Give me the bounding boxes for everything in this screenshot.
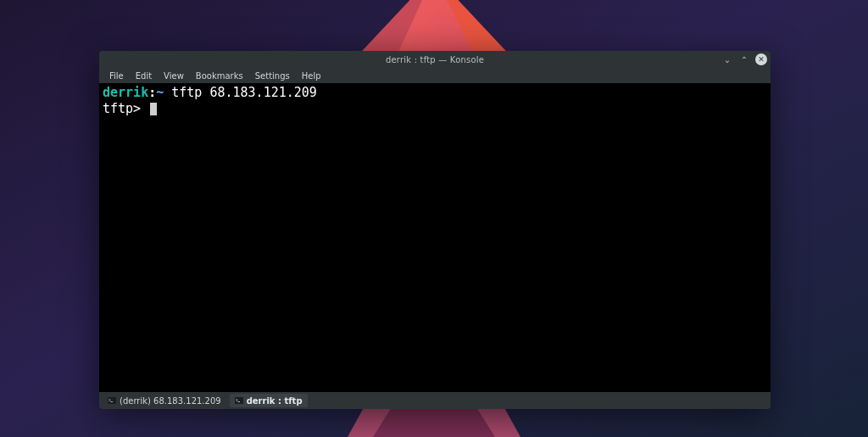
svg-rect-7	[108, 397, 116, 404]
maximize-button[interactable]: ⌃	[738, 53, 750, 65]
prompt-path: ~	[156, 85, 164, 100]
menu-bookmarks[interactable]: Bookmarks	[191, 70, 248, 82]
menu-help[interactable]: Help	[297, 70, 326, 82]
terminal-viewport[interactable]: derrik:~ tftp 68.183.121.209 tftp>	[99, 83, 771, 392]
terminal-window: derrik : tftp — Konsole ⌄ ⌃ ✕ File Edit …	[99, 51, 771, 409]
menu-file[interactable]: File	[104, 70, 129, 82]
minimize-button[interactable]: ⌄	[721, 53, 733, 65]
prompt-user: derrik	[103, 85, 148, 100]
menu-settings[interactable]: Settings	[250, 70, 295, 82]
menu-view[interactable]: View	[159, 70, 189, 82]
menu-bar: File Edit View Bookmarks Settings Help	[99, 68, 771, 83]
menu-edit[interactable]: Edit	[131, 70, 157, 82]
tab-session-2[interactable]: derrik : tftp	[230, 394, 308, 407]
tab-session-1[interactable]: (derrik) 68.183.121.209	[103, 394, 226, 407]
window-titlebar[interactable]: derrik : tftp — Konsole ⌄ ⌃ ✕	[99, 51, 771, 68]
window-controls: ⌄ ⌃ ✕	[721, 51, 767, 68]
terminal-icon	[108, 396, 116, 405]
command-text: tftp 68.183.121.209	[164, 85, 317, 100]
close-button[interactable]: ✕	[755, 53, 767, 65]
tab-bar: (derrik) 68.183.121.209 derrik : tftp	[99, 392, 771, 409]
window-title: derrik : tftp — Konsole	[386, 55, 484, 64]
prompt-separator: :	[148, 85, 156, 100]
terminal-icon	[235, 396, 243, 405]
tab-label: derrik : tftp	[247, 396, 303, 406]
svg-rect-9	[235, 397, 243, 404]
cursor	[150, 103, 157, 115]
tftp-prompt: tftp>	[103, 101, 141, 116]
tab-label: (derrik) 68.183.121.209	[120, 396, 221, 406]
